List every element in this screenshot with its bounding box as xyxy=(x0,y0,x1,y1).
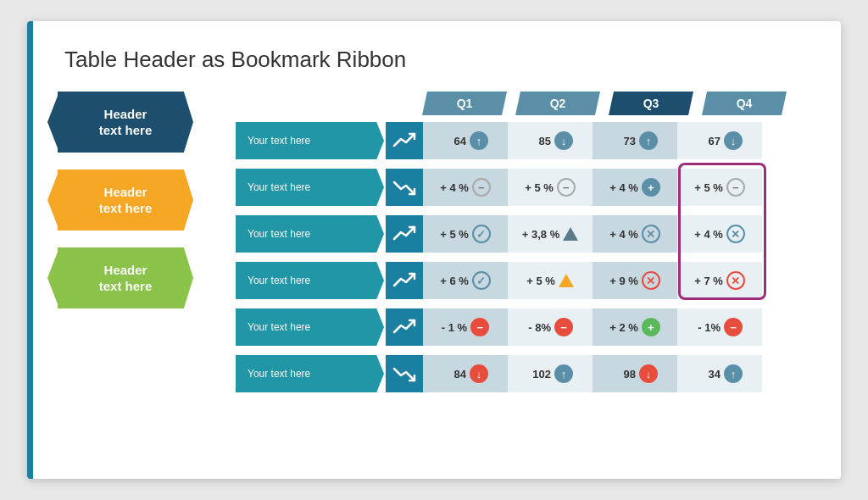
cell: + 5 % ✓ xyxy=(423,215,508,253)
arrow-up-icon: ↑ xyxy=(470,131,488,150)
arrow-down-red-icon: ↓ xyxy=(470,364,488,383)
row-label-6: Your text here xyxy=(236,355,384,392)
minus-icon: − xyxy=(472,178,491,197)
cell: + 4 % + xyxy=(593,169,677,206)
quarter-header-q3: Q3 xyxy=(609,92,693,115)
slide-accent xyxy=(27,21,33,479)
row-label-4: Your text here xyxy=(236,262,384,299)
cell: - 1% − xyxy=(677,308,762,346)
bookmark-shape-3: Headertext here xyxy=(58,247,193,308)
cell: + 6 % ✓ xyxy=(423,262,508,299)
arrow-down-red-icon: ↓ xyxy=(639,364,658,383)
row-cells-4: + 6 % ✓ + 5 % + 9 % ✕ xyxy=(423,262,810,299)
slide: Table Header as Bookmark Ribbon Headerte… xyxy=(27,21,841,479)
arrow-up-icon: ↑ xyxy=(639,131,658,150)
x-icon: ✕ xyxy=(642,225,660,243)
cell: + 2 % + xyxy=(593,308,677,346)
row-label-2: Your text here xyxy=(236,169,384,206)
table-rows: Your text here 64 ↑ xyxy=(236,119,810,396)
cell: 64 ↑ xyxy=(423,122,508,159)
row-icon-5 xyxy=(386,308,423,346)
row-icon-6 xyxy=(386,355,423,392)
cell: + 5 % − xyxy=(677,169,762,206)
arrow-up-blue-icon: ↑ xyxy=(724,364,743,383)
cell: + 5 % xyxy=(508,262,593,299)
triangle-yellow-icon xyxy=(559,274,574,287)
row-label-5: Your text here xyxy=(236,308,384,346)
bookmark-notch-1 xyxy=(47,92,59,153)
cell: + 4 % ✕ xyxy=(677,215,762,253)
row-cells-1: 64 ↑ 85 ↓ 73 ↑ xyxy=(423,122,810,159)
row-cells-3: + 5 % ✓ + 3,8 % + 4 % ✕ xyxy=(423,215,810,253)
cell: 67 ↓ xyxy=(677,122,762,159)
plus-green-icon: + xyxy=(642,318,660,336)
check-icon: ✓ xyxy=(472,271,491,290)
arrow-down-icon: ↓ xyxy=(724,131,743,150)
table-row: Your text here + 5 % ✓ xyxy=(236,212,810,256)
slide-title: Table Header as Bookmark Ribbon xyxy=(64,47,810,73)
quarter-header-q2: Q2 xyxy=(515,92,600,115)
row-label-3: Your text here xyxy=(236,215,384,253)
bookmark-shape-1: Headertext here xyxy=(58,92,193,153)
content-area: Headertext here Headertext here Headerte… xyxy=(58,92,810,396)
cell: + 7 % ✕ xyxy=(677,262,762,299)
plus-icon: + xyxy=(642,178,660,197)
triangle-dark-icon xyxy=(563,227,578,241)
quarter-headers: Q1 Q2 Q3 Q4 xyxy=(422,92,810,115)
legend: Headertext here Headertext here Headerte… xyxy=(58,92,210,308)
bookmark-notch-3 xyxy=(47,247,59,308)
cell: + 4 % ✕ xyxy=(593,215,677,253)
quarter-header-q4: Q4 xyxy=(702,92,787,115)
table-row: Your text here 64 ↑ xyxy=(236,119,810,163)
table-wrapper: Your text here 64 ↑ xyxy=(236,119,810,396)
row-icon-2 xyxy=(386,169,423,206)
legend-item-1: Headertext here xyxy=(58,92,210,153)
cell: + 5 % − xyxy=(508,169,593,206)
cell: 84 ↓ xyxy=(423,355,508,392)
check-icon: ✓ xyxy=(472,225,491,243)
table-row: Your text here - 1 % − xyxy=(236,305,810,349)
quarter-header-q1: Q1 xyxy=(422,92,507,115)
cell: 73 ↑ xyxy=(593,122,677,159)
arrow-down-icon: ↓ xyxy=(554,131,573,150)
cell: + 4 % − xyxy=(423,169,508,206)
row-cells-2: + 4 % − + 5 % − + 4 % + xyxy=(423,169,810,206)
bookmark-notch-2 xyxy=(47,169,59,231)
minus-icon: − xyxy=(557,178,576,197)
table-section: Q1 Q2 Q3 Q4 Your text here xyxy=(236,92,810,396)
minus-red-icon: − xyxy=(470,318,489,336)
table-row: Your text here 84 ↓ xyxy=(236,352,810,396)
cell: - 8% − xyxy=(508,308,593,346)
legend-item-3: Headertext here xyxy=(58,247,210,308)
arrow-up-blue-icon: ↑ xyxy=(554,364,573,383)
legend-item-2: Headertext here xyxy=(58,169,210,231)
cell: 34 ↑ xyxy=(677,355,762,392)
row-cells-5: - 1 % − - 8% − + 2 % + xyxy=(423,308,810,346)
row-label-1: Your text here xyxy=(236,122,384,159)
cell: + 3,8 % xyxy=(508,215,593,253)
x-icon: ✕ xyxy=(726,225,745,243)
cell: 98 ↓ xyxy=(593,355,677,392)
minus-icon: − xyxy=(726,178,745,197)
cell: + 9 % ✕ xyxy=(593,262,677,299)
cell: 102 ↑ xyxy=(508,355,593,392)
cell: - 1 % − xyxy=(423,308,508,346)
bookmark-shape-2: Headertext here xyxy=(58,169,193,231)
row-icon-4 xyxy=(386,262,423,299)
table-row: Your text here + 6 % ✓ xyxy=(236,258,810,303)
row-cells-6: 84 ↓ 102 ↑ 98 ↓ xyxy=(423,355,810,392)
table-row: Your text here + 4 % − xyxy=(236,165,810,209)
x-red-icon: ✕ xyxy=(726,271,745,290)
row-icon-1 xyxy=(386,122,423,159)
x-red-icon: ✕ xyxy=(642,271,660,290)
cell: 85 ↓ xyxy=(508,122,593,159)
minus-red-icon: − xyxy=(554,318,573,336)
row-icon-3 xyxy=(386,215,423,253)
minus-red-icon: − xyxy=(724,318,743,336)
